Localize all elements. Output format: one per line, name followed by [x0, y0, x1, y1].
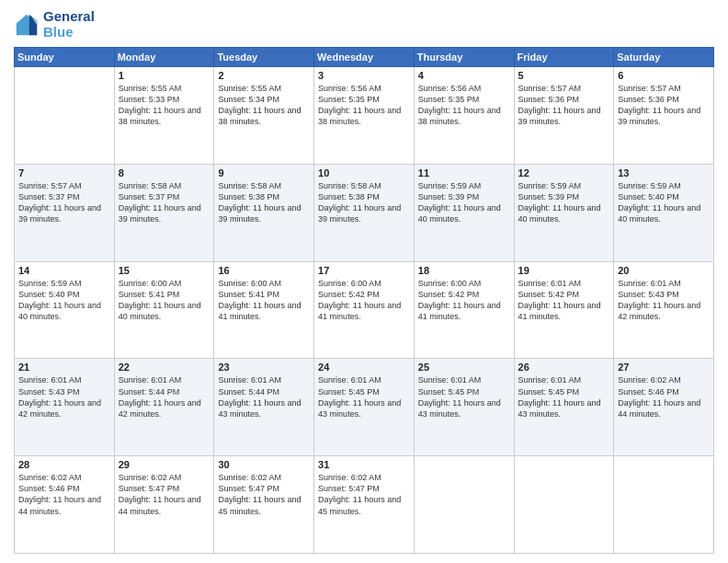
calendar-header-sunday: Sunday [15, 48, 115, 67]
daylight-text: Daylight: 11 hours and 39 minutes. [119, 203, 201, 224]
calendar-cell: 11 Sunrise: 5:59 AM Sunset: 5:39 PM Dayl… [414, 164, 514, 261]
sunset-text: Sunset: 5:35 PM [318, 95, 380, 104]
calendar-cell: 4 Sunrise: 5:56 AM Sunset: 5:35 PM Dayli… [414, 67, 514, 165]
daylight-text: Daylight: 11 hours and 43 minutes. [318, 398, 401, 419]
cell-info: Sunrise: 5:56 AM Sunset: 5:35 PM Dayligh… [318, 83, 410, 128]
logo: General Blue [14, 9, 95, 40]
cell-info: Sunrise: 5:59 AM Sunset: 5:40 PM Dayligh… [618, 180, 710, 225]
sunrise-text: Sunrise: 6:00 AM [218, 279, 281, 288]
day-number: 8 [119, 167, 210, 178]
cell-info: Sunrise: 5:56 AM Sunset: 5:35 PM Dayligh… [418, 83, 510, 128]
day-number: 15 [119, 265, 210, 276]
calendar-cell: 28 Sunrise: 6:02 AM Sunset: 5:46 PM Dayl… [15, 456, 115, 554]
daylight-text: Daylight: 11 hours and 38 minutes. [119, 106, 201, 126]
sunset-text: Sunset: 5:42 PM [418, 290, 480, 299]
daylight-text: Daylight: 11 hours and 42 minutes. [618, 301, 700, 321]
day-number: 27 [618, 362, 710, 373]
daylight-text: Daylight: 11 hours and 45 minutes. [318, 495, 401, 515]
calendar-cell [614, 456, 714, 554]
cell-info: Sunrise: 6:00 AM Sunset: 5:42 PM Dayligh… [318, 278, 410, 323]
day-number: 25 [418, 362, 510, 373]
sunrise-text: Sunrise: 5:59 AM [418, 181, 482, 190]
sunrise-text: Sunrise: 6:01 AM [518, 279, 582, 288]
cell-info: Sunrise: 6:02 AM Sunset: 5:47 PM Dayligh… [318, 472, 410, 517]
daylight-text: Daylight: 11 hours and 41 minutes. [518, 301, 601, 321]
sunrise-text: Sunrise: 5:56 AM [418, 84, 482, 93]
header: General Blue [14, 9, 714, 40]
cell-info: Sunrise: 6:01 AM Sunset: 5:43 PM Dayligh… [18, 374, 110, 419]
cell-info: Sunrise: 6:01 AM Sunset: 5:42 PM Dayligh… [518, 278, 610, 323]
cell-info: Sunrise: 5:58 AM Sunset: 5:37 PM Dayligh… [119, 180, 210, 225]
cell-info: Sunrise: 5:59 AM Sunset: 5:39 PM Dayligh… [518, 180, 610, 225]
calendar-cell: 14 Sunrise: 5:59 AM Sunset: 5:40 PM Dayl… [15, 261, 115, 359]
sunset-text: Sunset: 5:46 PM [18, 484, 80, 493]
sunrise-text: Sunrise: 6:01 AM [318, 375, 381, 385]
sunrise-text: Sunrise: 5:57 AM [18, 181, 82, 190]
daylight-text: Daylight: 11 hours and 39 minutes. [18, 203, 101, 224]
daylight-text: Daylight: 11 hours and 44 minutes. [618, 398, 700, 419]
day-number: 26 [518, 362, 610, 373]
daylight-text: Daylight: 11 hours and 39 minutes. [518, 106, 601, 126]
daylight-text: Daylight: 11 hours and 40 minutes. [418, 203, 501, 224]
day-number: 7 [18, 167, 110, 178]
day-number: 21 [18, 362, 110, 373]
cell-info: Sunrise: 5:55 AM Sunset: 5:34 PM Dayligh… [218, 83, 310, 128]
day-number: 12 [518, 167, 610, 178]
daylight-text: Daylight: 11 hours and 41 minutes. [418, 301, 501, 321]
sunset-text: Sunset: 5:37 PM [119, 192, 180, 201]
cell-info: Sunrise: 6:02 AM Sunset: 5:46 PM Dayligh… [18, 472, 110, 517]
sunset-text: Sunset: 5:38 PM [218, 192, 279, 201]
logo-text: General Blue [43, 9, 95, 40]
cell-info: Sunrise: 5:55 AM Sunset: 5:33 PM Dayligh… [119, 83, 210, 128]
daylight-text: Daylight: 11 hours and 40 minutes. [618, 203, 700, 224]
daylight-text: Daylight: 11 hours and 40 minutes. [119, 301, 201, 321]
sunrise-text: Sunrise: 5:59 AM [18, 279, 82, 288]
calendar-header-saturday: Saturday [614, 48, 714, 67]
calendar-cell: 6 Sunrise: 5:57 AM Sunset: 5:36 PM Dayli… [614, 67, 714, 165]
cell-info: Sunrise: 6:01 AM Sunset: 5:45 PM Dayligh… [418, 374, 510, 419]
cell-info: Sunrise: 6:00 AM Sunset: 5:41 PM Dayligh… [218, 278, 310, 323]
daylight-text: Daylight: 11 hours and 39 minutes. [618, 106, 700, 126]
cell-info: Sunrise: 6:02 AM Sunset: 5:46 PM Dayligh… [618, 374, 710, 419]
calendar-cell: 21 Sunrise: 6:01 AM Sunset: 5:43 PM Dayl… [15, 359, 115, 456]
daylight-text: Daylight: 11 hours and 44 minutes. [18, 495, 101, 515]
sunrise-text: Sunrise: 6:00 AM [418, 279, 482, 288]
calendar-week-row: 14 Sunrise: 5:59 AM Sunset: 5:40 PM Dayl… [15, 261, 714, 359]
day-number: 29 [119, 459, 210, 470]
daylight-text: Daylight: 11 hours and 38 minutes. [318, 106, 401, 126]
sunrise-text: Sunrise: 6:00 AM [119, 279, 182, 288]
sunrise-text: Sunrise: 6:01 AM [218, 375, 281, 385]
day-number: 10 [318, 167, 410, 178]
calendar-cell: 2 Sunrise: 5:55 AM Sunset: 5:34 PM Dayli… [214, 67, 314, 165]
cell-info: Sunrise: 5:57 AM Sunset: 5:36 PM Dayligh… [518, 83, 610, 128]
calendar-cell: 8 Sunrise: 5:58 AM Sunset: 5:37 PM Dayli… [114, 164, 214, 261]
sunrise-text: Sunrise: 6:01 AM [119, 375, 182, 385]
day-number: 23 [218, 362, 310, 373]
cell-info: Sunrise: 6:00 AM Sunset: 5:42 PM Dayligh… [418, 278, 510, 323]
calendar-week-row: 21 Sunrise: 6:01 AM Sunset: 5:43 PM Dayl… [15, 359, 714, 456]
sunset-text: Sunset: 5:36 PM [518, 95, 580, 104]
daylight-text: Daylight: 11 hours and 41 minutes. [218, 301, 301, 321]
calendar-cell: 27 Sunrise: 6:02 AM Sunset: 5:46 PM Dayl… [614, 359, 714, 456]
sunrise-text: Sunrise: 6:02 AM [218, 473, 281, 482]
sunrise-text: Sunrise: 5:56 AM [318, 84, 381, 93]
sunrise-text: Sunrise: 6:02 AM [18, 473, 82, 482]
calendar-cell: 7 Sunrise: 5:57 AM Sunset: 5:37 PM Dayli… [15, 164, 115, 261]
calendar-cell: 13 Sunrise: 5:59 AM Sunset: 5:40 PM Dayl… [614, 164, 714, 261]
sunset-text: Sunset: 5:44 PM [119, 387, 180, 396]
cell-info: Sunrise: 5:59 AM Sunset: 5:39 PM Dayligh… [418, 180, 510, 225]
day-number: 28 [18, 459, 110, 470]
day-number: 11 [418, 167, 510, 178]
day-number: 13 [618, 167, 710, 178]
calendar-header-friday: Friday [514, 48, 614, 67]
calendar-cell: 18 Sunrise: 6:00 AM Sunset: 5:42 PM Dayl… [414, 261, 514, 359]
calendar-cell [414, 456, 514, 554]
cell-info: Sunrise: 5:59 AM Sunset: 5:40 PM Dayligh… [18, 278, 110, 323]
daylight-text: Daylight: 11 hours and 41 minutes. [318, 301, 401, 321]
day-number: 18 [418, 265, 510, 276]
sunset-text: Sunset: 5:35 PM [418, 95, 480, 104]
calendar-cell: 24 Sunrise: 6:01 AM Sunset: 5:45 PM Dayl… [314, 359, 415, 456]
daylight-text: Daylight: 11 hours and 43 minutes. [218, 398, 301, 419]
sunset-text: Sunset: 5:45 PM [318, 387, 380, 396]
sunset-text: Sunset: 5:40 PM [18, 290, 80, 299]
